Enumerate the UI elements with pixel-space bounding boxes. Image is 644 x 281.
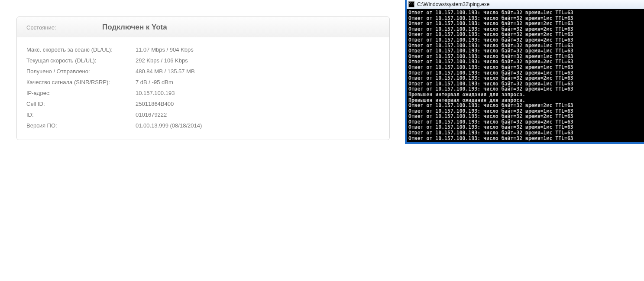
status-panel: Состояние: Подключен к Yota Макс. скорос… bbox=[16, 16, 390, 140]
row-id: ID: 0101679222 bbox=[26, 109, 380, 120]
row-ip: IP-адрес: 10.157.100.193 bbox=[26, 88, 380, 98]
row-value: 292 Kbps / 106 Kbps bbox=[136, 57, 188, 64]
row-firmware: Версия ПО: 01.00.13.999 (08/18/2014) bbox=[26, 120, 380, 131]
row-value: 7 dB / -95 dBm bbox=[136, 79, 173, 85]
cmd-output[interactable]: Ответ от 10.157.100.193: число байт=32 в… bbox=[407, 9, 644, 144]
row-value: 0101679222 bbox=[136, 111, 167, 118]
row-label: IP-адрес: bbox=[26, 90, 136, 96]
status-body: Макс. скорость за сеанс (DL/UL): 11.07 M… bbox=[17, 37, 389, 140]
row-value: 480.84 MB / 135.57 MB bbox=[136, 68, 195, 75]
row-current-speed: Текущая скорость (DL/UL): 292 Kbps / 106… bbox=[26, 55, 380, 66]
row-label: Получено / Отправлено: bbox=[26, 68, 136, 75]
cmd-titlebar[interactable]: C:\Windows\system32\ping.exe bbox=[407, 0, 644, 9]
cmd-icon bbox=[408, 1, 414, 7]
row-label: Версия ПО: bbox=[26, 122, 136, 129]
row-label: ID: bbox=[26, 111, 136, 118]
row-label: Текущая скорость (DL/UL): bbox=[26, 57, 136, 64]
row-value: 01.00.13.999 (08/18/2014) bbox=[136, 122, 202, 129]
cmd-window[interactable]: C:\Windows\system32\ping.exe Ответ от 10… bbox=[405, 0, 644, 144]
row-signal: Качество сигнала (SINR/RSRP): 7 dB / -95… bbox=[26, 77, 380, 88]
row-value: 25011864B400 bbox=[136, 101, 174, 107]
row-cellid: Cell ID: 25011864B400 bbox=[26, 98, 380, 109]
row-transfer: Получено / Отправлено: 480.84 MB / 135.5… bbox=[26, 66, 380, 77]
status-header-label: Состояние: bbox=[26, 24, 102, 31]
row-max-speed: Макс. скорость за сеанс (DL/UL): 11.07 M… bbox=[26, 44, 380, 55]
row-value: 10.157.100.193 bbox=[136, 90, 175, 96]
cmd-title: C:\Windows\system32\ping.exe bbox=[417, 1, 489, 7]
status-header: Состояние: Подключен к Yota bbox=[17, 17, 389, 37]
status-header-value: Подключен к Yota bbox=[102, 23, 167, 32]
row-label: Макс. скорость за сеанс (DL/UL): bbox=[26, 46, 136, 53]
row-label: Качество сигнала (SINR/RSRP): bbox=[26, 79, 136, 85]
row-label: Cell ID: bbox=[26, 101, 136, 107]
row-value: 11.07 Mbps / 904 Kbps bbox=[136, 46, 194, 53]
